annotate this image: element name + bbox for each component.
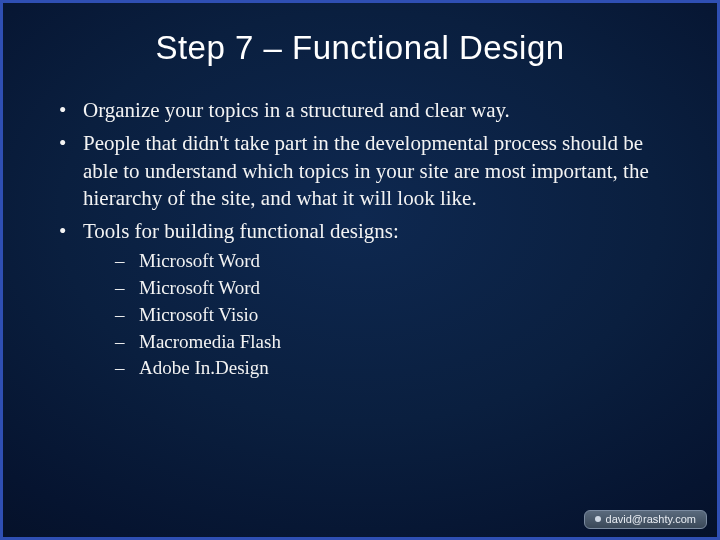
- sub-bullet-item: Microsoft Word: [113, 276, 667, 301]
- globe-icon: [595, 516, 601, 522]
- slide-title: Step 7 – Functional Design: [3, 3, 717, 67]
- footer-text: david@rashty.com: [606, 513, 696, 525]
- footer-badge: david@rashty.com: [584, 510, 707, 529]
- slide-body: Organize your topics in a structured and…: [3, 67, 717, 381]
- slide: Step 7 – Functional Design Organize your…: [0, 0, 720, 540]
- bullet-item: People that didn't take part in the deve…: [53, 130, 667, 212]
- sub-bullet-item: Macromedia Flash: [113, 330, 667, 355]
- sub-bullet-item: Microsoft Word: [113, 249, 667, 274]
- bullet-text: Tools for building functional designs:: [83, 219, 399, 243]
- bullet-item: Tools for building functional designs: M…: [53, 218, 667, 381]
- sub-bullet-item: Adobe In.Design: [113, 356, 667, 381]
- sub-bullet-item: Microsoft Visio: [113, 303, 667, 328]
- bullet-list: Organize your topics in a structured and…: [53, 97, 667, 381]
- sub-bullet-list: Microsoft Word Microsoft Word Microsoft …: [83, 249, 667, 380]
- bullet-item: Organize your topics in a structured and…: [53, 97, 667, 124]
